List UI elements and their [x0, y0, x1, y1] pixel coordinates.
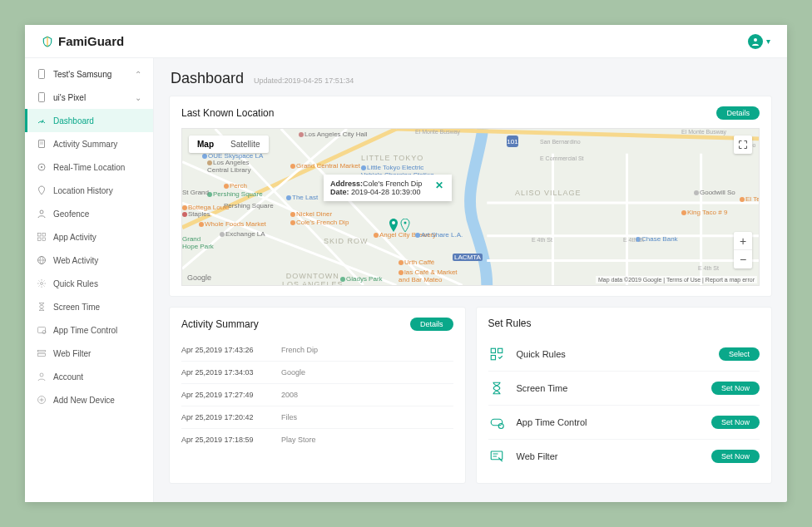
poi-central-library: Los Angeles Central Library — [207, 159, 250, 174]
map-mode-map[interactable]: Map — [189, 135, 222, 153]
zoom-in-button[interactable]: + — [734, 232, 752, 250]
device-name: ui's Pixel — [53, 93, 86, 102]
svg-rect-18 — [38, 328, 46, 333]
nav-activity-summary[interactable]: Activity Summary — [25, 132, 153, 155]
street-monte-2: El Monte Busway — [681, 129, 726, 135]
svg-rect-21 — [38, 354, 46, 357]
nav-label: Geofence — [53, 209, 89, 219]
rule-setnow-button[interactable]: Set Now — [711, 450, 760, 463]
poi-goodwill: Goodwill So — [694, 189, 735, 196]
svg-rect-44 — [491, 419, 503, 426]
poi-urth: Urth Caffé — [399, 259, 434, 266]
phone-icon — [37, 69, 47, 79]
poi-whole-foods: Whole Foods Market — [199, 220, 266, 228]
svg-rect-10 — [38, 234, 42, 237]
hourglass-icon — [37, 302, 47, 312]
nav-app-activity[interactable]: App Activity — [25, 225, 153, 249]
filter-icon — [37, 348, 47, 358]
map-type-toggle[interactable]: Map Satellite — [189, 135, 269, 153]
account-menu[interactable]: ▾ — [748, 34, 770, 49]
svg-rect-46 — [491, 451, 503, 460]
nav-geofence[interactable]: Geofence — [25, 202, 153, 225]
nav-account[interactable]: Account — [25, 365, 153, 388]
location-pin-icon — [389, 219, 399, 232]
svg-rect-2 — [39, 93, 45, 102]
poi-cafe-market: las Café & Market and Bar Mateo — [399, 268, 458, 283]
nav-screen-time[interactable]: Screen Time — [25, 295, 153, 318]
hourglass-icon — [488, 380, 505, 396]
nav-app-time-control[interactable]: App Time Control — [25, 318, 153, 342]
svg-point-39 — [392, 221, 395, 224]
rule-setnow-button[interactable]: Set Now — [711, 416, 760, 429]
nav-add-device[interactable]: Add New Device — [25, 388, 153, 411]
nav-quick-rules[interactable]: Quick Rules — [25, 272, 153, 295]
device-row-uis-pixel[interactable]: ui's Pixel ⌄ — [25, 86, 153, 109]
location-card-title: Last Known Location — [181, 107, 274, 119]
svg-rect-13 — [42, 238, 46, 241]
location-card: Last Known Location Details — [169, 96, 772, 297]
street-sanbern: San Bernardino — [540, 139, 581, 145]
nav-label: Activity Summary — [53, 140, 117, 149]
rule-row-quick-rules: Quick Rules Select — [488, 337, 760, 372]
street-e4th-1: E 4th St — [532, 237, 552, 243]
poi-perch: Perch — [224, 182, 247, 190]
nav-web-filter[interactable]: Web Filter — [25, 342, 153, 365]
quick-rules-icon — [488, 346, 505, 362]
nav-realtime-location[interactable]: Real-Time Location — [25, 155, 153, 179]
activity-details-button[interactable]: Details — [410, 318, 453, 331]
nav-web-activity[interactable]: Web Activity — [25, 249, 153, 272]
web-filter-icon — [488, 448, 505, 465]
activity-row: Apr 25,2019 17:43:26French Dip — [181, 339, 453, 362]
rule-label: Web Filter — [517, 451, 711, 461]
nav-dashboard[interactable]: Dashboard — [25, 109, 153, 132]
nav-label: App Activity — [53, 233, 97, 242]
brand-logo[interactable]: FamiGuard — [42, 34, 124, 48]
rules-card: Set Rules Quick Rules Select Screen Time… — [476, 307, 773, 484]
location-details-button[interactable]: Details — [716, 106, 760, 120]
map-mode-satellite[interactable]: Satellite — [222, 135, 269, 153]
poi-pershing: Pershing Square — [207, 190, 263, 198]
svg-rect-43 — [491, 356, 495, 360]
main-content: Dashboard Updated:2019-04-25 17:51:34 La… — [154, 58, 787, 502]
fullscreen-button[interactable] — [734, 135, 752, 154]
map[interactable]: Map Satellite + − Address:Cole's French … — [181, 128, 760, 286]
district-aliso: ALISO VILLAGE — [515, 189, 582, 197]
poi-pershing-sq: Pershing Square — [224, 202, 274, 209]
device-name: Test's Samsung — [53, 70, 111, 79]
svg-rect-11 — [42, 234, 46, 237]
poi-exchange: Exchange LA — [220, 230, 265, 238]
rule-select-button[interactable]: Select — [719, 347, 760, 361]
geofence-icon — [37, 209, 47, 219]
map-attribution[interactable]: Map data ©2019 Google | Terms of Use | R… — [596, 276, 757, 283]
gear-icon — [37, 278, 47, 288]
globe-icon — [37, 255, 47, 265]
location-pin-icon — [400, 219, 410, 232]
close-icon[interactable]: ✕ — [435, 180, 443, 191]
app-window: FamiGuard ▾ Test's Samsung ⌃ ui's Pixel — [25, 25, 787, 502]
svg-point-17 — [41, 283, 43, 285]
poi-grand-hope: Grand Hope Park — [182, 235, 214, 250]
poi-gladys: Gladys Park — [340, 275, 383, 283]
nav-label: Dashboard — [53, 116, 94, 126]
rule-label: Quick Rules — [517, 349, 719, 359]
svg-rect-12 — [38, 238, 42, 241]
nav-location-history[interactable]: Location History — [25, 179, 153, 202]
activity-row: Apr 25,2019 17:27:492008 — [181, 384, 453, 406]
nav-label: Add New Device — [53, 396, 115, 405]
topbar: FamiGuard ▾ — [25, 25, 787, 58]
hwy-101-shield: 101 — [507, 135, 518, 147]
rule-label: Screen Time — [517, 383, 711, 393]
rule-setnow-button[interactable]: Set Now — [711, 382, 760, 395]
device-row-test-samsung[interactable]: Test's Samsung ⌃ — [25, 62, 153, 86]
chevron-down-icon: ⌄ — [135, 93, 141, 102]
chevron-down-icon: ▾ — [766, 37, 770, 46]
svg-point-22 — [40, 373, 43, 377]
zoom-out-button[interactable]: − — [734, 250, 752, 268]
nav-label: Screen Time — [53, 303, 100, 312]
svg-point-45 — [498, 424, 503, 429]
poi-grand-market: Grand Central Market — [290, 162, 360, 170]
svg-rect-1 — [39, 70, 45, 79]
svg-rect-20 — [38, 351, 46, 352]
district-skid-row: SKID ROW — [324, 237, 369, 245]
google-logo: Google — [187, 273, 211, 282]
